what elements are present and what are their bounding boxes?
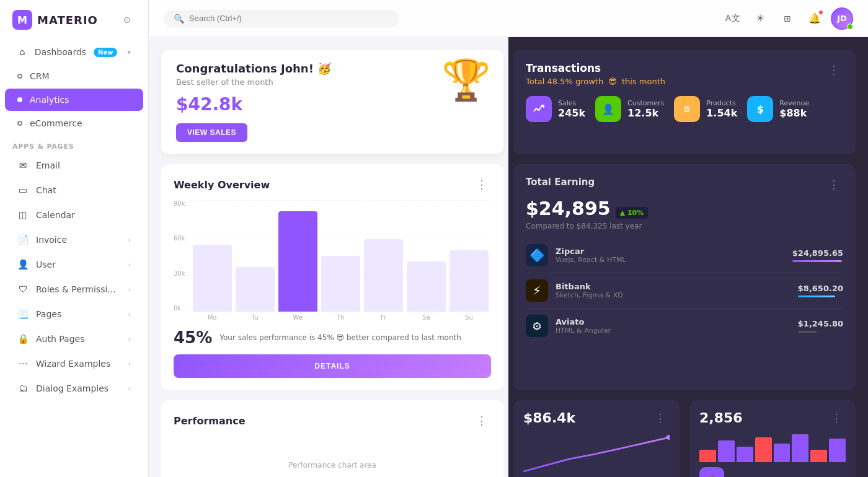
sidebar-item-wizard[interactable]: ⋯ Wizard Examples ›	[5, 352, 143, 375]
chevron-right-icon: ›	[128, 335, 131, 343]
sidebar-item-pages[interactable]: 📃 Pages ›	[5, 302, 143, 326]
transactions-subtitle: Total 48.5% growth 😎 this month	[526, 77, 665, 86]
chevron-right-icon: ›	[128, 236, 131, 244]
project-bars	[699, 431, 846, 462]
earning-row-bitbank: ⚡ Bitbank Sketch, Figma & XD $8,650.20	[526, 273, 843, 309]
lock-icon: 🔒	[17, 333, 29, 344]
svg-point-0	[666, 435, 670, 440]
notifications-button[interactable]: 🔔	[804, 7, 826, 30]
earning-more-button[interactable]: ⋮	[825, 177, 843, 193]
theme-button[interactable]: ☀	[749, 7, 771, 30]
invoice-icon: 📄	[17, 234, 29, 245]
zipcar-tech: Vuejs, React & HTML	[556, 256, 626, 264]
percentage: 45%	[174, 328, 212, 347]
chevron-right-icon: ›	[128, 310, 131, 318]
topbar-icons: A 文 ☀ ⊞ 🔔 JD	[722, 7, 853, 30]
weekly-header: Weekly Overview ⋮	[174, 177, 491, 193]
sidebar-item-invoice[interactable]: 📄 Invoice ›	[5, 228, 143, 252]
sidebar-item-email[interactable]: ✉ Email	[5, 154, 143, 177]
weekly-more-button[interactable]: ⋮	[472, 177, 491, 193]
stat-products: 🖥 Products 1.54k	[674, 96, 737, 122]
congrats-title: Congratulations John! 🥳	[176, 62, 331, 75]
congrats-subtitle: Best seller of the month	[176, 77, 331, 87]
sidebar-item-roles[interactable]: 🛡 Roles & Permissi... ›	[5, 278, 143, 301]
details-button[interactable]: DETAILS	[174, 354, 491, 378]
sidebar-item-user[interactable]: 👤 User ›	[5, 253, 143, 276]
dot-icon-active	[17, 97, 22, 102]
stat-customers: 👤 Customers 12.5k	[595, 96, 664, 122]
sidebar-item-ecommerce[interactable]: eCommerce	[5, 112, 143, 134]
earning-row-zipcar: 🔷 Zipcar Vuejs, React & HTML $24,895.65	[526, 238, 843, 273]
bar-chart: Mo Tu We Th Fr Sa Su	[190, 200, 491, 321]
user-icon: 👤	[17, 259, 29, 270]
performance-card: Performance ⋮ Performance chart area	[161, 400, 503, 477]
grid-button[interactable]: ⊞	[776, 7, 799, 30]
search-box[interactable]: 🔍	[164, 10, 399, 27]
bar-7	[810, 450, 827, 462]
chat-icon: ▭	[17, 185, 29, 196]
bar-fr	[364, 239, 403, 312]
bar-tu	[236, 267, 275, 312]
total-profit-card: $86.4k ⋮	[513, 400, 680, 477]
sales-icon	[526, 96, 552, 122]
chevron-right-icon: ›	[128, 286, 131, 294]
search-input[interactable]	[189, 14, 389, 23]
bitbank-amount: $8,650.20	[798, 284, 843, 293]
view-sales-button[interactable]: VIEW SALES	[176, 123, 247, 142]
revenue-icon: $	[747, 96, 773, 122]
dialog-icon: 🗂	[17, 383, 29, 394]
notification-badge	[818, 10, 823, 15]
earning-subtitle: Compared to $84,325 last year	[526, 222, 843, 230]
sidebar-item-analytics[interactable]: Analytics	[5, 89, 143, 111]
translate-button[interactable]: A 文	[722, 7, 744, 30]
chevron-right-icon: ›	[128, 360, 131, 368]
performance-more-button[interactable]: ⋮	[472, 413, 491, 429]
sidebar-item-crm[interactable]: CRM	[5, 65, 143, 87]
topbar: 🔍 A 文 ☀ ⊞ 🔔 JD	[149, 0, 868, 37]
congrats-info: Congratulations John! 🥳 Best seller of t…	[176, 62, 331, 142]
project-more-button[interactable]: ⋮	[827, 410, 846, 426]
bar-we	[278, 211, 317, 312]
congrats-amount: $42.8k	[176, 94, 331, 115]
congrats-card: Congratulations John! 🥳 Best seller of t…	[161, 50, 503, 154]
profit-more-button[interactable]: ⋮	[651, 410, 670, 426]
sidebar-item-calendar[interactable]: ◫ Calendar	[5, 203, 143, 227]
total-earning-card: Total Earning ⋮ $24,895 ▲ 10% Compared t…	[513, 164, 856, 390]
avatar-wrap[interactable]: JD	[831, 7, 853, 30]
profit-amount: $86.4k	[523, 410, 575, 426]
earning-row-aviato: ⚙ Aviato HTML & Angular $1,245.80	[526, 309, 843, 343]
weekly-overview-card: Weekly Overview ⋮ 90k 60k 30k 0k	[161, 164, 503, 390]
products-icon: 🖥	[674, 96, 700, 122]
performance-header: Performance ⋮	[174, 413, 491, 429]
bar-light	[407, 261, 446, 312]
content-area: Congratulations John! 🥳 Best seller of t…	[149, 37, 868, 477]
bar-8	[829, 439, 846, 462]
bar-light	[236, 267, 275, 312]
perc-text: Your sales performance is 45% 😎 better c…	[219, 333, 461, 342]
dot-icon	[17, 74, 22, 79]
y-labels: 90k 60k 30k 0k	[174, 200, 190, 312]
bar-light	[193, 245, 232, 312]
sidebar-item-dashboards[interactable]: ⌂ Dashboards New ▾	[5, 40, 143, 64]
logo-icon: M	[12, 10, 32, 30]
sidebar-item-auth[interactable]: 🔒 Auth Pages ›	[5, 327, 143, 351]
earning-title: Total Earning	[526, 177, 595, 188]
apps-section-label: APPS & PAGES	[0, 135, 148, 153]
bar-purple	[278, 211, 317, 312]
online-status	[847, 24, 853, 30]
transactions-more-button[interactable]: ⋮	[825, 62, 843, 78]
profit-header: $86.4k ⋮	[523, 410, 670, 426]
project-header: 2,856 ⋮	[699, 410, 846, 426]
sidebar-pin-button[interactable]: ⊙	[118, 11, 136, 28]
new-badge: New	[94, 48, 117, 57]
bar-mo	[193, 245, 232, 312]
aviato-icon: ⚙	[526, 315, 548, 337]
sidebar-item-dialog[interactable]: 🗂 Dialog Examples ›	[5, 377, 143, 400]
right-cards-grid: $86.4k ⋮	[513, 400, 856, 477]
aviato-tech: HTML & Angular	[556, 326, 611, 335]
chevron-right-icon: ›	[128, 385, 131, 393]
main-area: 🔍 A 文 ☀ ⊞ 🔔 JD Congratulations John! 🥳 B…	[149, 0, 868, 477]
performance-title: Performance	[174, 415, 246, 427]
sidebar-item-chat[interactable]: ▭ Chat	[5, 178, 143, 202]
pages-icon: 📃	[17, 309, 29, 320]
